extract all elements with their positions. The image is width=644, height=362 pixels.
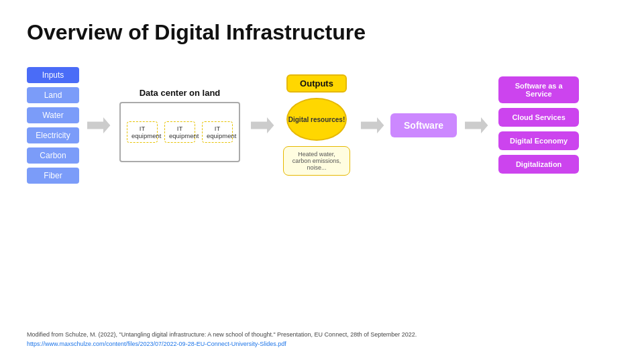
arrow-4 (462, 112, 489, 139)
arrow-2 (248, 112, 275, 139)
it-equipment-3: IT equipment (202, 121, 233, 143)
it-equipment-2: IT equipment (164, 121, 195, 143)
datacenter-label: Data center on land (140, 88, 221, 98)
page-title: Overview of Digital Infrastructure (27, 20, 617, 45)
right-digitalization: Digitalization (498, 155, 579, 174)
right-cloud-services: Cloud Services (498, 108, 579, 127)
page: Overview of Digital Infrastructure Input… (0, 0, 644, 362)
input-water: Water (27, 107, 79, 123)
datacenter-box: IT equipment IT equipment IT equipment (119, 102, 240, 162)
right-software-as-service: Software as a Service (498, 76, 579, 103)
svg-marker-0 (87, 117, 110, 133)
input-fiber: Fiber (27, 168, 79, 184)
right-digital-economy: Digital Economy (498, 131, 579, 150)
arrow-1 (85, 112, 111, 139)
input-carbon: Carbon (27, 147, 79, 164)
right-outputs: Software as a Service Cloud Services Dig… (498, 76, 579, 174)
it-equipment-1: IT equipment (127, 121, 158, 143)
arrow-3 (358, 112, 385, 139)
datacenter: Data center on land IT equipment IT equi… (119, 88, 240, 162)
inputs-column: Inputs Land Water Electricity Carbon Fib… (27, 67, 79, 184)
footer-link[interactable]: https://www.maxschulze.com/content/files… (27, 341, 286, 347)
footer-text: Modified from Schulze, M. (2022), "Untan… (27, 331, 417, 338)
inputs-header-btn: Inputs (27, 67, 79, 83)
outputs-column: Outputs Digital resources! Heated water,… (283, 74, 350, 176)
heated-byproducts: Heated water, carbon emissions, noise... (283, 146, 350, 176)
footer: Modified from Schulze, M. (2022), "Untan… (27, 330, 617, 349)
diagram-area: Inputs Land Water Electricity Carbon Fib… (27, 58, 617, 192)
svg-marker-3 (465, 117, 488, 133)
input-land: Land (27, 87, 79, 103)
svg-marker-1 (251, 117, 274, 133)
svg-marker-2 (361, 117, 384, 133)
input-electricity: Electricity (27, 127, 79, 143)
digital-resources-badge: Digital resources! (286, 98, 347, 141)
outputs-header: Outputs (286, 74, 347, 93)
software-box: Software (390, 113, 457, 137)
